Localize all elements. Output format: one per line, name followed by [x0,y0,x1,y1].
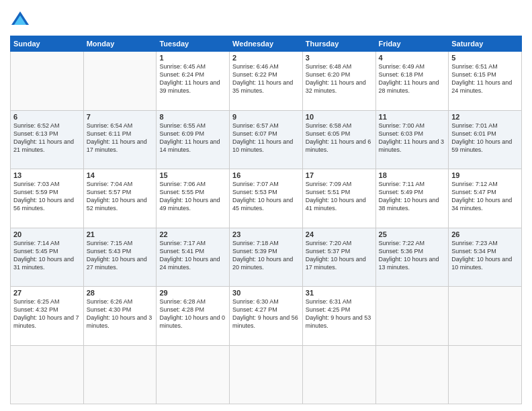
calendar-cell: 2 Sunrise: 6:46 AM Sunset: 6:22 PM Dayli… [230,52,303,111]
day-info: Sunrise: 7:12 AM Sunset: 5:47 PM Dayligh… [451,180,519,213]
calendar-cell: 16 Sunrise: 7:07 AM Sunset: 5:53 PM Dayl… [230,169,303,228]
day-number: 10 [306,113,373,121]
day-number: 22 [159,230,226,238]
calendar-cell: 18 Sunrise: 7:11 AM Sunset: 5:49 PM Dayl… [375,169,449,228]
weekday-header-saturday: Saturday [449,36,522,52]
calendar-row-3: 20 Sunrise: 7:14 AM Sunset: 5:45 PM Dayl… [11,228,522,287]
calendar-cell: 6 Sunrise: 6:52 AM Sunset: 6:13 PM Dayli… [11,110,84,169]
day-info: Sunrise: 6:45 AM Sunset: 6:24 PM Dayligh… [159,62,226,95]
day-number: 19 [451,171,519,179]
day-info: Sunrise: 7:17 AM Sunset: 5:41 PM Dayligh… [159,239,226,272]
calendar-cell [230,345,303,404]
page: SundayMondayTuesdayWednesdayThursdayFrid… [0,0,532,411]
day-number: 6 [13,113,81,121]
day-number: 15 [159,171,226,179]
calendar-cell: 15 Sunrise: 7:06 AM Sunset: 5:55 PM Dayl… [157,169,230,228]
day-info: Sunrise: 7:15 AM Sunset: 5:43 PM Dayligh… [87,239,154,272]
calendar-cell [449,345,522,404]
header [10,10,522,30]
calendar-cell [302,345,375,404]
calendar-cell: 5 Sunrise: 6:51 AM Sunset: 6:15 PM Dayli… [449,52,522,111]
day-number: 26 [451,230,519,238]
day-number: 2 [232,54,300,62]
calendar-cell: 27 Sunrise: 6:25 AM Sunset: 4:32 PM Dayl… [11,287,84,346]
day-number: 1 [159,54,226,62]
day-info: Sunrise: 6:46 AM Sunset: 6:22 PM Dayligh… [232,62,300,95]
day-number: 17 [306,171,373,179]
day-number: 14 [87,171,154,179]
day-info: Sunrise: 7:11 AM Sunset: 5:49 PM Dayligh… [379,180,446,213]
day-number: 13 [13,171,81,179]
day-info: Sunrise: 7:09 AM Sunset: 5:51 PM Dayligh… [306,180,373,213]
day-info: Sunrise: 6:30 AM Sunset: 4:27 PM Dayligh… [232,298,300,330]
calendar-cell [375,345,449,404]
calendar-cell: 23 Sunrise: 7:18 AM Sunset: 5:39 PM Dayl… [230,228,303,287]
day-info: Sunrise: 6:49 AM Sunset: 6:18 PM Dayligh… [379,62,446,95]
day-number: 25 [379,230,446,238]
logo [10,10,33,30]
calendar-row-2: 13 Sunrise: 7:03 AM Sunset: 5:59 PM Dayl… [11,169,522,228]
day-info: Sunrise: 6:51 AM Sunset: 6:15 PM Dayligh… [451,62,519,95]
calendar-cell: 20 Sunrise: 7:14 AM Sunset: 5:45 PM Dayl… [11,228,84,287]
calendar-cell: 13 Sunrise: 7:03 AM Sunset: 5:59 PM Dayl… [11,169,84,228]
day-info: Sunrise: 7:03 AM Sunset: 5:59 PM Dayligh… [13,180,81,213]
calendar-cell [83,52,157,111]
day-number: 18 [379,171,446,179]
calendar-row-4: 27 Sunrise: 6:25 AM Sunset: 4:32 PM Dayl… [11,287,522,346]
calendar-table: SundayMondayTuesdayWednesdayThursdayFrid… [10,36,522,404]
day-number: 31 [306,289,373,297]
day-info: Sunrise: 7:04 AM Sunset: 5:57 PM Dayligh… [87,180,154,213]
day-info: Sunrise: 6:25 AM Sunset: 4:32 PM Dayligh… [13,298,81,330]
calendar-cell: 11 Sunrise: 7:00 AM Sunset: 6:03 PM Dayl… [375,110,449,169]
calendar-cell: 19 Sunrise: 7:12 AM Sunset: 5:47 PM Dayl… [449,169,522,228]
day-info: Sunrise: 6:52 AM Sunset: 6:13 PM Dayligh… [13,122,81,154]
day-info: Sunrise: 6:48 AM Sunset: 6:20 PM Dayligh… [306,62,373,95]
weekday-header-friday: Friday [375,36,449,52]
weekday-header-tuesday: Tuesday [157,36,230,52]
day-number: 29 [159,289,226,297]
day-info: Sunrise: 6:31 AM Sunset: 4:25 PM Dayligh… [306,298,373,330]
calendar-cell: 26 Sunrise: 7:23 AM Sunset: 5:34 PM Dayl… [449,228,522,287]
day-number: 9 [232,113,300,121]
calendar-cell: 7 Sunrise: 6:54 AM Sunset: 6:11 PM Dayli… [83,110,157,169]
day-info: Sunrise: 7:20 AM Sunset: 5:37 PM Dayligh… [306,239,373,272]
day-number: 12 [451,113,519,121]
day-info: Sunrise: 7:18 AM Sunset: 5:39 PM Dayligh… [232,239,300,272]
calendar-cell: 4 Sunrise: 6:49 AM Sunset: 6:18 PM Dayli… [375,52,449,111]
calendar-cell: 10 Sunrise: 6:58 AM Sunset: 6:05 PM Dayl… [302,110,375,169]
day-number: 30 [232,289,300,297]
calendar-cell: 30 Sunrise: 6:30 AM Sunset: 4:27 PM Dayl… [230,287,303,346]
day-info: Sunrise: 7:07 AM Sunset: 5:53 PM Dayligh… [232,180,300,213]
calendar-cell: 24 Sunrise: 7:20 AM Sunset: 5:37 PM Dayl… [302,228,375,287]
calendar-cell [157,345,230,404]
day-number: 24 [306,230,373,238]
day-number: 3 [306,54,373,62]
calendar-cell: 31 Sunrise: 6:31 AM Sunset: 4:25 PM Dayl… [302,287,375,346]
day-info: Sunrise: 7:00 AM Sunset: 6:03 PM Dayligh… [379,122,446,154]
calendar-cell [449,287,522,346]
calendar-cell [11,345,84,404]
weekday-header-thursday: Thursday [302,36,375,52]
calendar-cell: 28 Sunrise: 6:26 AM Sunset: 4:30 PM Dayl… [83,287,157,346]
calendar-row-5 [11,345,522,404]
day-number: 7 [87,113,154,121]
day-info: Sunrise: 7:01 AM Sunset: 6:01 PM Dayligh… [451,122,519,154]
day-number: 21 [87,230,154,238]
day-info: Sunrise: 6:57 AM Sunset: 6:07 PM Dayligh… [232,122,300,154]
calendar-cell: 8 Sunrise: 6:55 AM Sunset: 6:09 PM Dayli… [157,110,230,169]
calendar-cell: 14 Sunrise: 7:04 AM Sunset: 5:57 PM Dayl… [83,169,157,228]
day-info: Sunrise: 7:23 AM Sunset: 5:34 PM Dayligh… [451,239,519,272]
weekday-header-wednesday: Wednesday [230,36,303,52]
day-info: Sunrise: 7:22 AM Sunset: 5:36 PM Dayligh… [379,239,446,272]
weekday-header-row: SundayMondayTuesdayWednesdayThursdayFrid… [11,36,522,52]
calendar-cell [83,345,157,404]
day-number: 27 [13,289,81,297]
day-info: Sunrise: 7:14 AM Sunset: 5:45 PM Dayligh… [13,239,81,272]
calendar-cell: 1 Sunrise: 6:45 AM Sunset: 6:24 PM Dayli… [157,52,230,111]
calendar-cell: 9 Sunrise: 6:57 AM Sunset: 6:07 PM Dayli… [230,110,303,169]
day-number: 23 [232,230,300,238]
calendar-cell: 3 Sunrise: 6:48 AM Sunset: 6:20 PM Dayli… [302,52,375,111]
day-number: 11 [379,113,446,121]
day-number: 28 [87,289,154,297]
day-number: 8 [159,113,226,121]
